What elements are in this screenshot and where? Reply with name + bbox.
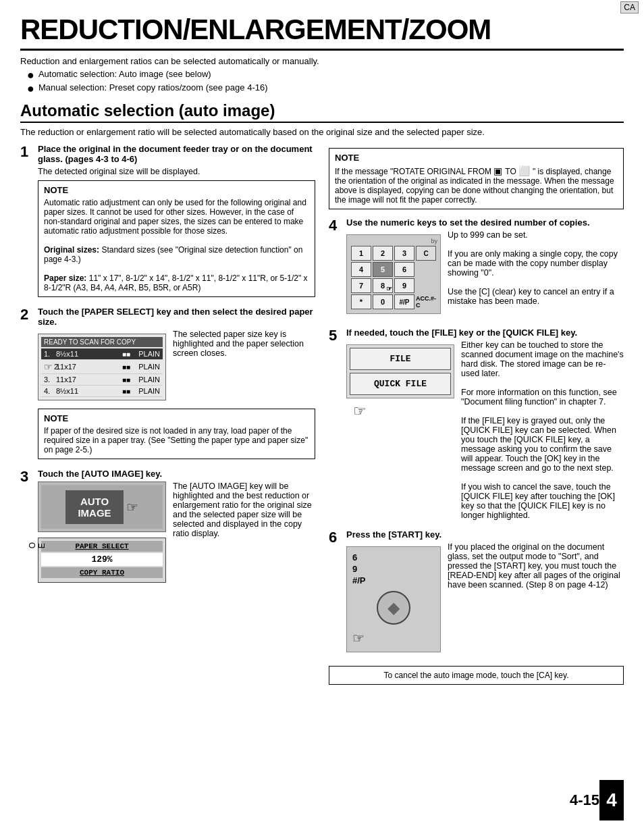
key-2[interactable]: 2 [373, 246, 393, 261]
step-6: 6 Press the [START] key. CA 6 9 #/P [329, 529, 624, 660]
key-blank-1 [416, 262, 436, 277]
label-9: 9 [352, 564, 366, 574]
key-9[interactable]: 9 [394, 278, 414, 293]
step-4-desc2: If you are only making a single copy, th… [448, 249, 624, 278]
key-4[interactable]: 4 [351, 262, 371, 277]
step-1: 1 Place the original in the document fee… [20, 144, 315, 301]
bullet-dot-2: ● [27, 82, 34, 95]
key-star[interactable]: * [351, 294, 371, 309]
step-1-note-text: Automatic ratio adjustment can only be u… [44, 198, 309, 236]
step-2-note-text: If paper of the desired size is not load… [44, 426, 309, 454]
chapter-tab: 4 [599, 780, 624, 820]
key-6[interactable]: 6 [394, 262, 414, 277]
step-1-note: NOTE Automatic ratio adjustment can only… [38, 180, 315, 297]
step-1-paper: Paper size: 11" x 17", 8-1/2" x 14", 8-1… [44, 273, 309, 292]
step-4-desc: Up to 999 can be set. [448, 230, 624, 240]
note-right: NOTE If the message "ROTATE ORIGINAL FRO… [329, 148, 624, 209]
section-desc: The reduction or enlargement ratio will … [20, 127, 624, 137]
step-5: 5 If needed, touch the [FILE] key or the… [329, 328, 624, 524]
start-screen: CA 6 9 #/P ◆ ☞ [346, 546, 441, 652]
ca-button[interactable]: CA [620, 1, 639, 14]
key-8[interactable]: 8☞ [373, 278, 393, 293]
file-screen: FILE QUICK FILE [346, 344, 454, 398]
key-hash[interactable]: #/P [394, 294, 414, 309]
bullet-1: ● Automatic selection: Auto image (see b… [27, 69, 624, 81]
step-1-note-title: NOTE [44, 185, 309, 195]
bullet-2: ● Manual selection: Preset copy ratios/z… [27, 82, 624, 95]
step-5-title: If needed, touch the [FILE] key or the [… [346, 328, 624, 338]
paper-select-screen: READY TO SCAN FOR COPY 1. 8½x11 ■■ PLAIN… [38, 334, 166, 400]
key-0[interactable]: 0 [373, 294, 393, 309]
step-2-note-title: NOTE [44, 413, 309, 423]
ratio-value: 129% [41, 553, 163, 566]
copy-ratio-label: COPY RATIO [41, 567, 163, 578]
step-2-desc: The selected paper size key is highlight… [173, 330, 315, 358]
step-2-title: Touch the [PAPER SELECT] key and then se… [38, 307, 315, 327]
start-button[interactable]: ◆ [377, 591, 410, 625]
key-blank-2 [416, 278, 436, 293]
auto-image-hand: ☞ [126, 499, 138, 515]
step-6-num: 6 [329, 529, 341, 546]
step-5-num: 5 [329, 328, 341, 344]
step-2-num: 2 [20, 307, 32, 323]
step-6-hand: ☞ [352, 630, 365, 646]
step-3-desc: The [AUTO IMAGE] key will be highlighted… [173, 481, 315, 538]
step-3-title: Touch the [AUTO IMAGE] key. [38, 469, 315, 479]
screen-item-1: 1. 8½x11 ■■ PLAIN [41, 348, 163, 360]
quick-file-button[interactable]: QUICK FILE [350, 373, 451, 395]
label-hash: #/P [352, 575, 366, 585]
key-c[interactable]: C [416, 246, 436, 261]
step-2-note: NOTE If paper of the desired size is not… [38, 409, 315, 459]
paper-ratio-wrap: OE PAPER SELECT 129% COPY RATIO [38, 535, 166, 585]
key-1[interactable]: 1 [351, 246, 371, 261]
step-2: 2 Touch the [PAPER SELECT] key and then … [20, 307, 315, 463]
section-title: Automatic selection (auto image) [20, 101, 624, 123]
step-1-desc: The detected original size will be displ… [38, 167, 315, 176]
step-5-text: Either key can be touched to store the s… [461, 340, 624, 520]
label-6: 6 [352, 552, 366, 563]
step-4-num: 4 [329, 217, 341, 234]
screen-item-3: 3. 11x17 ■■ PLAIN [41, 374, 163, 386]
step-3: 3 Touch the [AUTO IMAGE] key. AUTOIMAGE … [20, 469, 315, 590]
key-5[interactable]: 5 [373, 262, 393, 277]
bullet-dot-1: ● [27, 69, 34, 81]
keypad: by 1 2 3 C 4 5 6 [346, 234, 441, 314]
page-title: REDUCTION/ENLARGEMENT/ZOOM [20, 14, 624, 51]
step-6-text: If you placed the original on the docume… [448, 542, 624, 590]
bullet-label-1: Automatic selection: Auto image (see bel… [38, 69, 211, 79]
step-6-title: Press the [START] key. [346, 529, 624, 540]
step-4-title: Use the numeric keys to set the desired … [346, 217, 624, 228]
note-right-title: NOTE [335, 153, 618, 163]
bullet-label-2: Manual selection: Preset copy ratios/zoo… [38, 82, 268, 93]
cancel-bar: To cancel the auto image mode, touch the… [329, 666, 624, 685]
paper-select-label: PAPER SELECT [41, 541, 163, 552]
step-1-title: Place the original in the document feede… [38, 144, 315, 164]
screen-header: READY TO SCAN FOR COPY [41, 337, 163, 347]
step-4: 4 Use the numeric keys to set the desire… [329, 217, 624, 322]
note-right-text: If the message "ROTATE ORIGINAL FROM ▣ T… [335, 165, 618, 205]
key-3[interactable]: 3 [394, 246, 414, 261]
page-number-box: 4-15 4 [570, 780, 624, 820]
key-7[interactable]: 7 [351, 278, 371, 293]
paper-select-display: PAPER SELECT 129% COPY RATIO [38, 538, 166, 583]
side-labels: OE [28, 542, 47, 548]
step-3-num: 3 [20, 469, 32, 485]
key-blank-3: ACC.#-C [416, 294, 436, 309]
keypad-label: by [350, 238, 437, 244]
step-4-desc3: Use the [C] (clear) key to cancel an ent… [448, 287, 624, 306]
intro-text: Reduction and enlargement ratios can be … [20, 56, 624, 66]
auto-image-display: AUTOIMAGE ☞ [38, 481, 166, 532]
step-1-num: 1 [20, 144, 32, 160]
step-4-text: Up to 999 can be set. If you are only ma… [448, 230, 624, 306]
page-num-text: 4-15 [570, 791, 599, 809]
screen-item-4: 4. 8½x11 ■■ PLAIN [41, 386, 163, 397]
screen-item-2: ☞2. 11x17 ■■ PLAIN [41, 360, 163, 374]
step-1-original: Original sizes: Standard sizes (see "Ori… [44, 245, 309, 264]
auto-image-btn: AUTOIMAGE [65, 490, 123, 524]
file-button[interactable]: FILE [350, 348, 451, 370]
step-5-hand: ☞ [353, 402, 367, 419]
